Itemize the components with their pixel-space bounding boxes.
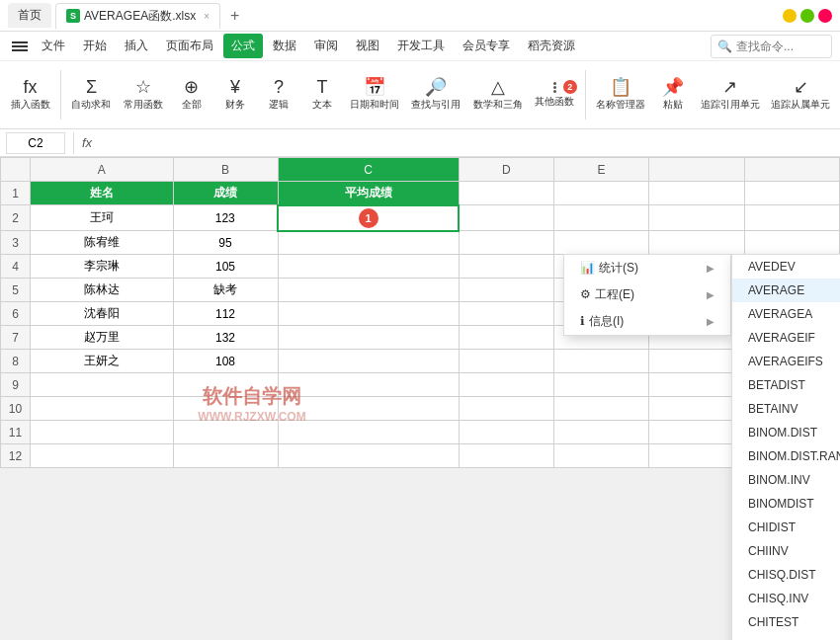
func-item-CHITEST[interactable]: CHITEST	[732, 610, 840, 634]
cell-E8[interactable]	[553, 350, 648, 373]
dropdown-item-info[interactable]: ℹ信息(I) ▶	[564, 308, 730, 335]
cell-A1[interactable]: 姓名	[31, 182, 174, 205]
cell-B7[interactable]: 132	[173, 326, 278, 350]
formula-input[interactable]	[96, 132, 834, 154]
cell-C9[interactable]	[278, 373, 459, 397]
add-tab-button[interactable]: +	[224, 7, 245, 25]
func-item-CHIDIST[interactable]: CHIDIST	[732, 516, 840, 539]
menu-home[interactable]: 开始	[75, 34, 115, 58]
insert-function-btn[interactable]: fx 插入函数	[8, 76, 52, 114]
cell-D4[interactable]	[459, 255, 553, 279]
cell-G2[interactable]	[744, 205, 839, 231]
cell-E1[interactable]	[553, 182, 648, 205]
cell-C1[interactable]: 平均成绩	[278, 182, 459, 205]
datetime-btn[interactable]: 📅 日期和时间	[348, 76, 401, 114]
cell-C12[interactable]	[278, 444, 459, 468]
cell-D3[interactable]	[459, 231, 553, 255]
cell-D10[interactable]	[459, 397, 553, 421]
menu-page-layout[interactable]: 页面布局	[158, 34, 221, 58]
common-fn-btn[interactable]: ☆ 常用函数	[122, 76, 166, 114]
cell-D7[interactable]	[459, 326, 553, 350]
cell-D12[interactable]	[459, 444, 553, 468]
cell-F8[interactable]	[649, 350, 744, 373]
cell-A10[interactable]	[31, 397, 174, 421]
cell-E3[interactable]	[553, 231, 648, 255]
cell-C8[interactable]	[278, 350, 459, 373]
maximize-button[interactable]	[800, 9, 814, 23]
func-item-BETADIST[interactable]: BETADIST	[732, 373, 840, 397]
math-btn[interactable]: △ 数学和三角	[471, 76, 525, 114]
cell-E11[interactable]	[553, 421, 648, 444]
name-mgr-btn[interactable]: 📋 名称管理器	[594, 76, 647, 114]
func-item-BINOMIN[interactable]: BINOM.INV	[732, 468, 840, 492]
cell-D9[interactable]	[459, 373, 553, 397]
func-item-BINOMDISTRANGE[interactable]: BINOM.DIST.RANGE	[732, 444, 840, 468]
cell-reference[interactable]: C2	[6, 132, 65, 154]
col-header-E[interactable]: E	[553, 158, 648, 182]
func-item-CONFIDENCE[interactable]: CONFIDENCE	[732, 634, 840, 640]
dropdown-item-engineering[interactable]: ⚙工程(E) ▶	[564, 281, 730, 308]
trace-dep-btn[interactable]: ↙ 追踪从属单元	[769, 76, 832, 114]
text-btn[interactable]: T 文本	[304, 76, 340, 114]
cell-C6[interactable]	[278, 302, 459, 326]
menu-file[interactable]: 文件	[34, 34, 73, 58]
menu-review[interactable]: 审阅	[306, 34, 346, 58]
cell-B4[interactable]: 105	[173, 255, 278, 279]
func-item-CHIINV[interactable]: CHIINV	[732, 539, 840, 563]
more-fn-btn[interactable]: 其他函数 2	[533, 80, 577, 111]
func-item-BINOMDIST2[interactable]: BINOMDIST	[732, 492, 840, 516]
cell-B6[interactable]: 112	[173, 302, 278, 326]
cell-B8[interactable]: 108	[173, 350, 278, 373]
cell-B2[interactable]: 123	[173, 205, 278, 231]
close-button[interactable]	[818, 9, 832, 23]
func-item-AVERAGE[interactable]: AVERAGE 3	[732, 279, 840, 302]
tab-home[interactable]: 首页	[8, 3, 51, 28]
minimize-button[interactable]	[783, 9, 797, 23]
cell-F12[interactable]	[649, 444, 744, 468]
cell-C2[interactable]: 1	[278, 205, 459, 231]
cell-A2[interactable]: 王珂	[31, 205, 174, 231]
col-header-D[interactable]: D	[459, 158, 553, 182]
menu-daoke[interactable]: 稻壳资源	[520, 34, 583, 58]
func-item-CHISQDIST[interactable]: CHISQ.DIST	[732, 563, 840, 587]
cell-A6[interactable]: 沈春阳	[31, 302, 174, 326]
cell-D11[interactable]	[459, 421, 553, 444]
finance-btn[interactable]: ¥ 财务	[217, 76, 253, 114]
cell-C7[interactable]	[278, 326, 459, 350]
col-header-G[interactable]	[744, 158, 839, 182]
cell-B1[interactable]: 成绩	[173, 182, 278, 205]
cell-E10[interactable]	[553, 397, 648, 421]
menu-data[interactable]: 数据	[265, 34, 304, 58]
cell-C3[interactable]	[278, 231, 459, 255]
cell-A12[interactable]	[31, 444, 174, 468]
cell-A11[interactable]	[31, 421, 174, 444]
cell-E12[interactable]	[553, 444, 648, 468]
cell-C11[interactable]	[278, 421, 459, 444]
cell-G3[interactable]	[744, 231, 839, 255]
trace-prec-btn[interactable]: ↗ 追踪引用单元	[699, 76, 762, 114]
col-header-A[interactable]: A	[31, 158, 174, 182]
cell-A3[interactable]: 陈宥维	[31, 231, 174, 255]
cell-B3[interactable]: 95	[173, 231, 278, 255]
auto-sum-btn[interactable]: Σ 自动求和	[69, 76, 114, 114]
cell-A9[interactable]	[31, 373, 174, 397]
menu-insert[interactable]: 插入	[117, 34, 156, 58]
paste-btn[interactable]: 📌 粘贴	[655, 76, 691, 114]
hamburger-menu[interactable]	[8, 38, 32, 55]
cell-B10[interactable]	[173, 397, 278, 421]
cell-A4[interactable]: 李宗琳	[31, 255, 174, 279]
func-item-BETAINV[interactable]: BETAINV	[732, 397, 840, 421]
cell-F1[interactable]	[649, 182, 744, 205]
cell-B12[interactable]	[173, 444, 278, 468]
cell-G1[interactable]	[744, 182, 839, 205]
close-tab-icon[interactable]: ×	[204, 11, 210, 22]
cell-F11[interactable]	[649, 421, 744, 444]
tab-file[interactable]: S AVERAGEA函数.xlsx ×	[55, 3, 220, 29]
dropdown-item-statistics[interactable]: 📊统计(S) ▶	[564, 255, 730, 281]
cell-D2[interactable]	[459, 205, 553, 231]
cell-F9[interactable]	[649, 373, 744, 397]
lookup-btn[interactable]: 🔎 查找与引用	[409, 76, 462, 114]
cell-F3[interactable]	[649, 231, 744, 255]
cell-B5[interactable]: 缺考	[173, 279, 278, 302]
search-input[interactable]	[736, 40, 825, 53]
